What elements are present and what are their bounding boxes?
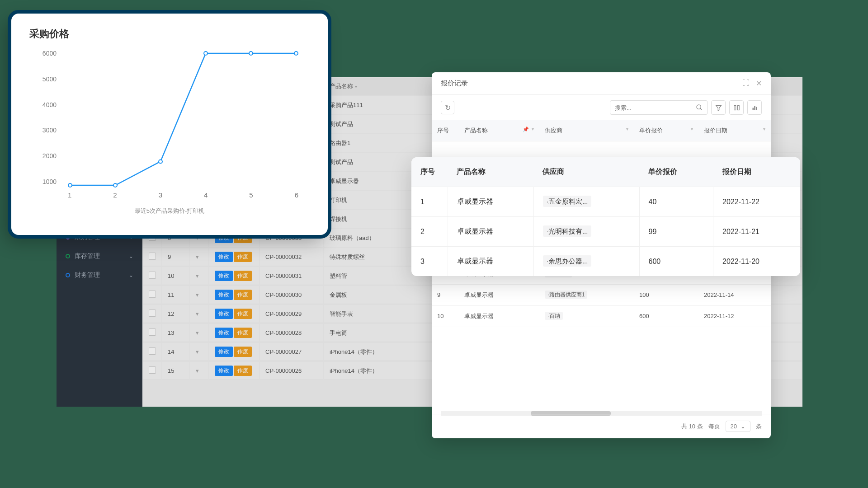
svg-point-5 xyxy=(294,52,298,55)
product-cell: 卓威显示器 xyxy=(448,217,533,247)
sort-icon[interactable]: ▾ xyxy=(691,127,693,131)
overlay-table: 序号 产品名称 供应商 单价报价 报价日期 1卓威显示器·五金原料宏...402… xyxy=(411,157,800,276)
col-date[interactable]: 报价日期▾ xyxy=(698,120,771,141)
void-button[interactable]: 作废 xyxy=(234,366,252,376)
void-button[interactable]: 作废 xyxy=(234,271,252,281)
seq-cell: 3 xyxy=(411,247,448,277)
search-button[interactable] xyxy=(691,100,708,115)
svg-marker-8 xyxy=(716,105,721,110)
supplier-cell[interactable]: ·余思办公器... xyxy=(533,247,639,277)
checkbox[interactable] xyxy=(149,272,156,279)
product-cell: 卓威显示器 xyxy=(448,187,533,217)
search-input[interactable] xyxy=(610,100,691,115)
col-product: 产品名称 xyxy=(448,157,533,187)
svg-rect-10 xyxy=(737,105,739,110)
dialog-title: 报价记录 xyxy=(441,79,742,88)
close-icon[interactable]: ✕ xyxy=(756,79,762,88)
edit-button[interactable]: 修改 xyxy=(215,290,233,300)
chevron-down-icon: ⌄ xyxy=(129,272,133,278)
svg-point-6 xyxy=(697,105,701,109)
sort-icon: ▾ xyxy=(196,367,199,374)
edit-button[interactable]: 修改 xyxy=(215,309,233,319)
product-cell: 卓威显示器 xyxy=(459,284,539,305)
table-row[interactable]: 9卓威显示器·路由器供应商11002022-11-14 xyxy=(432,284,771,305)
checkbox[interactable] xyxy=(149,291,156,298)
checkbox[interactable] xyxy=(149,310,156,317)
per-page-label: 每页 xyxy=(708,422,720,431)
edit-button[interactable]: 修改 xyxy=(215,347,233,357)
chevron-down-icon: ⌄ xyxy=(129,253,133,259)
sidebar-item-finance[interactable]: 财务管理 ⌄ xyxy=(57,266,142,285)
col-price[interactable]: 单价报价▾ xyxy=(634,120,698,141)
edit-button[interactable]: 修改 xyxy=(215,328,233,338)
date-cell: 2022-11-22 xyxy=(713,187,800,217)
chart-title: 采购价格 xyxy=(29,27,310,41)
checkbox[interactable] xyxy=(149,328,156,336)
table-row[interactable]: 2卓威显示器·光明科技有...992022-11-21 xyxy=(411,217,800,247)
col-supplier[interactable]: 供应商▾ xyxy=(539,120,634,141)
price-cell: 600 xyxy=(639,247,713,277)
product-code: CP-00000030 xyxy=(260,286,323,304)
dialog-header: 报价记录 ⛶ ✕ xyxy=(432,72,771,95)
expand-icon[interactable]: ⛶ xyxy=(742,79,750,88)
seq-cell: 9 xyxy=(432,284,459,305)
edit-button[interactable]: 修改 xyxy=(215,366,233,376)
void-button[interactable]: 作废 xyxy=(234,290,252,300)
sort-icon[interactable]: ▾ xyxy=(763,127,765,131)
sidebar-item-inventory[interactable]: 库存管理 ⌄ xyxy=(57,247,142,266)
svg-rect-9 xyxy=(734,105,736,110)
product-cell: 卓威显示器 xyxy=(459,305,539,327)
x-axis-labels: 123456 xyxy=(61,191,305,199)
dot-icon xyxy=(66,273,70,277)
supplier-cell[interactable]: ·光明科技有... xyxy=(533,217,639,247)
svg-point-2 xyxy=(159,160,162,163)
filter-button[interactable] xyxy=(711,100,726,115)
void-button[interactable]: 作废 xyxy=(234,309,252,319)
sort-icon: ▾ xyxy=(196,310,199,317)
sort-icon: ▾ xyxy=(196,291,199,298)
supplier-cell[interactable]: ·路由器供应商1 xyxy=(539,284,634,305)
date-cell: 2022-11-14 xyxy=(698,284,771,305)
columns-icon xyxy=(733,104,740,111)
sort-icon: ▾ xyxy=(196,235,199,241)
seq-cell: 1 xyxy=(411,187,448,217)
col-supplier: 供应商 xyxy=(533,157,639,187)
page-size-select[interactable]: 20 ⌄ xyxy=(726,421,750,432)
edit-button[interactable]: 修改 xyxy=(215,271,233,281)
svg-line-7 xyxy=(700,108,702,110)
table-row[interactable]: 1卓威显示器·五金原料宏...402022-11-22 xyxy=(411,187,800,217)
void-button[interactable]: 作废 xyxy=(234,252,252,262)
product-code: CP-00000026 xyxy=(260,362,323,380)
col-product[interactable]: 产品名称▾📌 xyxy=(459,120,539,141)
checkbox[interactable] xyxy=(149,366,156,374)
chart-plot xyxy=(61,53,305,185)
sort-icon: ▾ xyxy=(196,348,199,355)
col-seq[interactable]: 序号 xyxy=(432,120,459,141)
supplier-cell[interactable]: ·五金原料宏... xyxy=(533,187,639,217)
chevron-down-icon: ⌄ xyxy=(741,423,745,430)
product-code: CP-00000028 xyxy=(260,324,323,342)
edit-button[interactable]: 修改 xyxy=(215,252,233,262)
supplier-cell[interactable]: ·百纳 xyxy=(539,305,634,327)
refresh-button[interactable]: ↻ xyxy=(441,101,454,114)
sort-icon[interactable]: ▾ xyxy=(355,84,357,89)
price-cell: 600 xyxy=(634,305,698,327)
chart-area: 100020003000400050006000 123456 xyxy=(29,50,310,203)
y-axis-labels: 100020003000400050006000 xyxy=(29,50,57,185)
void-button[interactable]: 作废 xyxy=(234,347,252,357)
table-row[interactable]: 10卓威显示器·百纳6002022-11-12 xyxy=(432,305,771,327)
svg-rect-11 xyxy=(752,108,754,110)
settings-button[interactable] xyxy=(729,100,744,115)
checkbox[interactable] xyxy=(149,347,156,355)
price-cell: 100 xyxy=(634,284,698,305)
date-cell: 2022-11-21 xyxy=(713,217,800,247)
chart-button[interactable] xyxy=(747,100,762,115)
table-row[interactable]: 3卓威显示器·余思办公器...6002022-11-20 xyxy=(411,247,800,277)
svg-point-4 xyxy=(249,52,253,55)
sort-icon: ▾ xyxy=(196,272,199,279)
pin-icon[interactable]: 📌 xyxy=(523,127,529,132)
checkbox[interactable] xyxy=(149,253,156,260)
void-button[interactable]: 作废 xyxy=(234,328,252,338)
sort-icon[interactable]: ▾ xyxy=(532,127,534,131)
sort-icon[interactable]: ▾ xyxy=(626,127,628,131)
